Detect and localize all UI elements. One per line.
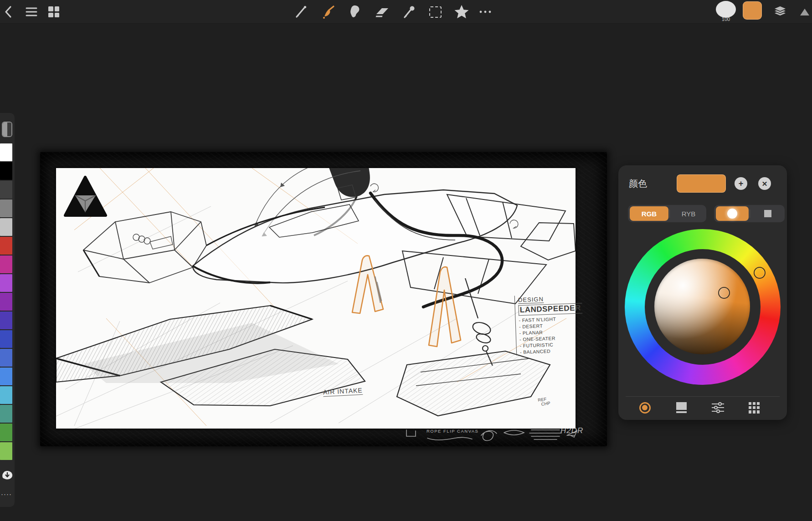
round-dot-icon — [727, 209, 737, 219]
eraser-tool[interactable] — [374, 0, 391, 24]
active-color-swatch[interactable] — [743, 1, 762, 20]
panel-divider — [626, 396, 780, 397]
pen-icon — [294, 5, 308, 19]
palette-swatch-9[interactable] — [0, 312, 12, 329]
palette-swatch-4[interactable] — [0, 218, 12, 236]
design-notes: DESIGN LANDSPEEDER - FAST N'LIGHT - DESE… — [514, 294, 580, 356]
view-wheel-button[interactable] — [637, 400, 653, 415]
smudge-tool[interactable] — [347, 0, 362, 24]
palette-swatch-3[interactable] — [0, 199, 12, 217]
star-icon — [454, 5, 469, 19]
chalk-notes: ROPE FLIP CANVAS H2DR — [400, 425, 591, 444]
pen-tool[interactable] — [293, 0, 309, 24]
palette-swatch-12[interactable] — [0, 368, 12, 385]
triangle-up-icon — [800, 8, 810, 16]
sliders-view-icon — [712, 402, 724, 414]
hamburger-icon — [26, 7, 37, 17]
palette-swatch-7[interactable] — [0, 274, 12, 292]
mode-rgb-option[interactable]: RGB — [630, 206, 668, 221]
top-toolbar: 100 — [0, 0, 812, 24]
chalk-text: ROPE FLIP CANVAS — [427, 429, 478, 434]
wheel-view-icon — [639, 402, 651, 414]
panel-title: 颜色 — [629, 178, 647, 190]
panel-handle-button[interactable] — [798, 0, 811, 24]
palette-swatch-15[interactable] — [0, 424, 12, 441]
brush-shape-segmented — [714, 205, 785, 222]
split-color-chip[interactable] — [2, 122, 12, 137]
smudge-blob-icon — [348, 5, 361, 19]
hue-knob[interactable] — [754, 267, 766, 279]
drop-pin-icon — [1, 467, 14, 480]
round-shape-option[interactable] — [716, 206, 749, 221]
more-tools-button[interactable] — [478, 0, 493, 24]
palette-swatch-6[interactable] — [0, 255, 12, 273]
drawing-canvas[interactable]: DESIGN LANDSPEEDER - FAST N'LIGHT - DESE… — [40, 152, 607, 446]
mode-ryb-option[interactable]: RYB — [671, 210, 706, 218]
grid-icon — [48, 6, 60, 18]
shades-view-icon — [676, 402, 687, 414]
view-palette-button[interactable] — [746, 400, 762, 415]
gallery-grid-button[interactable] — [46, 0, 61, 24]
palette-swatch-16[interactable] — [0, 442, 12, 460]
palette-swatch-11[interactable] — [0, 349, 12, 367]
eyedropper-tool[interactable] — [401, 0, 417, 24]
eyedropper-icon — [402, 5, 416, 19]
chevron-left-icon — [4, 5, 13, 18]
palette-swatch-1[interactable] — [0, 162, 12, 180]
brush-icon-active — [321, 5, 336, 19]
saturation-knob[interactable] — [718, 287, 730, 299]
notes-title: LANDSPEEDER — [518, 303, 582, 316]
ref-label: REF CHP — [538, 396, 551, 407]
segment-divider — [750, 209, 750, 218]
sketch-paper[interactable]: DESIGN LANDSPEEDER - FAST N'LIGHT - DESE… — [56, 168, 576, 429]
square-shape-option[interactable] — [751, 210, 785, 217]
segment-divider — [669, 209, 670, 218]
palette-swatch-14[interactable] — [0, 405, 12, 423]
panel-current-color[interactable] — [677, 174, 726, 193]
menu-button[interactable] — [25, 0, 38, 24]
color-panel: 颜色 + ✕ RGB RYB — [618, 165, 787, 420]
close-panel-button[interactable]: ✕ — [758, 177, 771, 190]
marquee-icon — [429, 6, 442, 18]
layers-icon — [773, 5, 787, 19]
palette-view-icon — [749, 402, 760, 414]
back-button[interactable] — [2, 0, 15, 24]
layers-button[interactable] — [772, 0, 788, 24]
selection-tool[interactable] — [427, 0, 443, 24]
swatch-list — [0, 143, 12, 461]
favorites-tool[interactable] — [453, 0, 470, 24]
add-color-button[interactable]: + — [735, 177, 747, 190]
notes-header: DESIGN — [518, 296, 544, 304]
landspeeder-sketch — [56, 168, 576, 429]
palette-swatch-8[interactable] — [0, 293, 12, 311]
saturation-disk[interactable] — [654, 259, 750, 354]
palette-swatch-13[interactable] — [0, 386, 12, 404]
eraser-icon — [375, 6, 390, 17]
palette-swatch-5[interactable] — [0, 237, 12, 255]
sidebar-more-button[interactable]: ···· — [1, 492, 12, 496]
brush-size-preview — [716, 1, 736, 18]
color-drop-button[interactable] — [1, 467, 14, 482]
palette-swatch-0[interactable] — [0, 143, 12, 161]
view-sliders-button[interactable] — [710, 400, 725, 415]
square-icon — [764, 210, 771, 217]
view-shades-button[interactable] — [673, 400, 689, 415]
color-swatch-sidebar: ···· — [0, 113, 15, 507]
palette-swatch-2[interactable] — [0, 181, 12, 199]
triangle-logo — [65, 177, 106, 215]
artist-signature: H2DR — [560, 426, 583, 435]
palette-swatch-10[interactable] — [0, 330, 12, 348]
brush-opacity-value: 100 — [716, 16, 736, 22]
brush-size-button[interactable] — [715, 0, 737, 18]
brush-tool[interactable] — [321, 0, 336, 24]
ellipsis-icon — [479, 10, 492, 14]
color-mode-segmented: RGB RYB — [628, 205, 706, 222]
